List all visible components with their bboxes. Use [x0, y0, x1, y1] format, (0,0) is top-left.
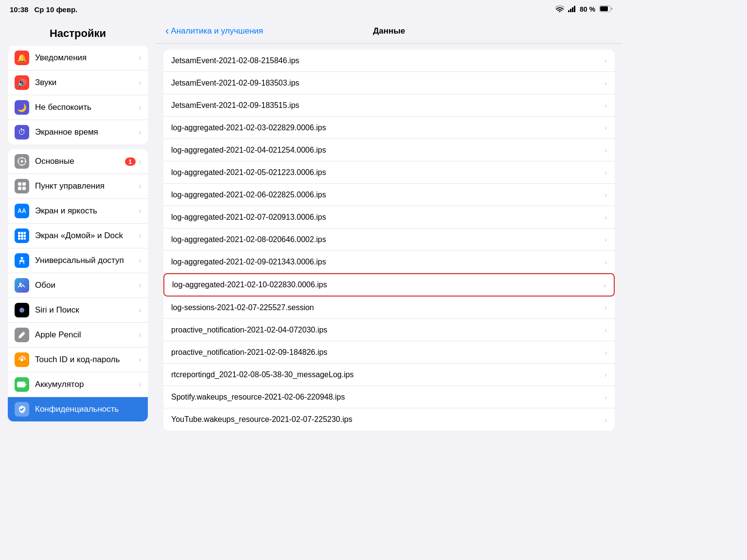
list-item-text: log-aggregated-2021-02-03-022829.0006.ip…: [171, 123, 601, 132]
sidebar-item-privacy[interactable]: Конфиденциальность: [8, 397, 148, 421]
list-item[interactable]: JetsamEvent-2021-02-09-183503.ips›: [163, 72, 615, 94]
list-item[interactable]: log-aggregated-2021-02-03-022829.0006.ip…: [163, 117, 615, 139]
list-item[interactable]: log-aggregated-2021-02-05-021223.0006.ip…: [163, 161, 615, 184]
list-item-text: proactive_notification-2021-02-04-072030…: [171, 326, 601, 334]
screentime-label: Экранное время: [35, 127, 139, 137]
controlcenter-label: Пункт управления: [35, 181, 139, 191]
sidebar-item-homescreen[interactable]: Экран «Домой» и Dock ›: [8, 224, 148, 248]
sidebar-section-2: Основные 1 › Пункт управления › AA: [8, 149, 148, 421]
sidebar: Настройки 🔔 Уведомления › 🔊 Звуки › 🌙 Не…: [0, 18, 156, 467]
list-item[interactable]: rtcreportingd_2021-02-08-05-38-30_messag…: [163, 364, 615, 386]
siri-icon: [15, 303, 29, 317]
list-item[interactable]: log-aggregated-2021-02-10-022830.0006.ip…: [163, 273, 615, 297]
chevron-right-icon: ›: [139, 231, 141, 240]
sidebar-item-donotdisturb[interactable]: 🌙 Не беспокоить ›: [8, 95, 148, 120]
touchid-icon: [15, 352, 29, 367]
svg-rect-3: [574, 6, 575, 12]
sidebar-item-accessibility[interactable]: Универсальный доступ ›: [8, 248, 148, 273]
list-item-text: JetsamEvent-2021-02-09-183503.ips: [171, 79, 601, 88]
accessibility-icon: [15, 253, 29, 268]
sidebar-item-controlcenter[interactable]: Пункт управления ›: [8, 174, 148, 199]
accessibility-label: Универсальный доступ: [35, 256, 139, 265]
list-item[interactable]: JetsamEvent-2021-02-09-183515.ips›: [163, 94, 615, 117]
chevron-right-icon: ›: [139, 331, 141, 339]
sidebar-section-1: 🔔 Уведомления › 🔊 Звуки › 🌙 Не беспокоит…: [8, 46, 148, 144]
list-item[interactable]: log-sessions-2021-02-07-225527.session›: [163, 297, 615, 319]
sidebar-item-general[interactable]: Основные 1 ›: [8, 149, 148, 174]
applepencil-icon: [15, 328, 29, 342]
sidebar-item-display[interactable]: AA Экран и яркость ›: [8, 199, 148, 224]
battery-label: Аккумулятор: [35, 380, 139, 389]
sidebar-title: Настройки: [0, 18, 156, 46]
list-item[interactable]: YouTube.wakeups_resource-2021-02-07-2252…: [163, 408, 615, 431]
sidebar-item-applepencil[interactable]: Apple Pencil ›: [8, 323, 148, 348]
chevron-right-icon: ›: [139, 128, 141, 137]
sidebar-item-touchid[interactable]: Touch ID и код-пароль ›: [8, 348, 148, 372]
content-area: JetsamEvent-2021-02-08-215846.ips›Jetsam…: [156, 44, 622, 467]
chevron-right-icon: ›: [139, 207, 141, 215]
svg-rect-5: [600, 6, 608, 11]
list-item-chevron-icon: ›: [605, 191, 607, 199]
chevron-right-icon: ›: [139, 103, 141, 112]
list-item[interactable]: proactive_notification-2021-02-04-072030…: [163, 319, 615, 341]
sidebar-item-sounds[interactable]: 🔊 Звуки ›: [8, 70, 148, 95]
list-item-chevron-icon: ›: [605, 168, 607, 176]
list-item-text: log-aggregated-2021-02-04-021254.0006.ip…: [171, 146, 601, 155]
sidebar-item-wallpaper[interactable]: Обои ›: [8, 273, 148, 298]
battery-icon: [599, 5, 613, 14]
list-item[interactable]: JetsamEvent-2021-02-08-215846.ips›: [163, 50, 615, 72]
sidebar-item-screentime[interactable]: ⏱ Экранное время ›: [8, 120, 148, 144]
list-item[interactable]: log-aggregated-2021-02-06-022825.0006.ip…: [163, 184, 615, 206]
list-item-text: proactive_notification-2021-02-09-184826…: [171, 348, 601, 357]
status-time: 10:38: [10, 5, 28, 14]
nav-back-button[interactable]: ‹ Аналитика и улучшения: [165, 26, 263, 36]
list-item[interactable]: log-aggregated-2021-02-09-021343.0006.ip…: [163, 251, 615, 273]
svg-point-24: [20, 358, 23, 361]
svg-rect-20: [24, 238, 26, 240]
notifications-label: Уведомления: [35, 53, 139, 63]
list-item[interactable]: proactive_notification-2021-02-09-184826…: [163, 341, 615, 364]
svg-point-7: [21, 160, 23, 163]
sidebar-item-battery[interactable]: Аккумулятор ›: [8, 372, 148, 397]
battery-level: 80 %: [580, 5, 595, 13]
list-item[interactable]: log-aggregated-2021-02-08-020646.0002.ip…: [163, 228, 615, 251]
touchid-label: Touch ID и код-пароль: [35, 355, 139, 365]
list-item[interactable]: Spotify.wakeups_resource-2021-02-06-2209…: [163, 386, 615, 408]
sounds-icon: 🔊: [15, 75, 29, 90]
signal-icon: [568, 5, 576, 14]
screentime-icon: ⏱: [15, 125, 29, 140]
sidebar-item-siri[interactable]: Siri и Поиск ›: [8, 298, 148, 323]
list-item-chevron-icon: ›: [605, 56, 607, 65]
list-item[interactable]: log-aggregated-2021-02-07-020913.0006.ip…: [163, 206, 615, 228]
battery-icon: [15, 377, 29, 392]
donotdisturb-icon: 🌙: [15, 100, 29, 115]
list-item-text: log-aggregated-2021-02-09-021343.0006.ip…: [171, 258, 601, 266]
sounds-label: Звуки: [35, 78, 139, 88]
privacy-label: Конфиденциальность: [35, 404, 141, 414]
list-item-chevron-icon: ›: [605, 258, 607, 266]
chevron-right-icon: ›: [139, 380, 141, 389]
list-item-text: Spotify.wakeups_resource-2021-02-06-2209…: [171, 393, 601, 402]
sidebar-item-notifications[interactable]: 🔔 Уведомления ›: [8, 46, 148, 70]
notifications-icon: 🔔: [15, 51, 29, 65]
svg-rect-0: [568, 10, 569, 12]
list-item-chevron-icon: ›: [605, 79, 607, 87]
list-item-chevron-icon: ›: [605, 393, 607, 401]
list-item[interactable]: log-aggregated-2021-02-04-021254.0006.ip…: [163, 139, 615, 161]
status-bar: 10:38 Ср 10 февр. 80 %: [0, 0, 622, 18]
svg-rect-18: [18, 238, 20, 240]
svg-rect-26: [18, 383, 23, 386]
nav-bar: ‹ Аналитика и улучшения Данные: [156, 18, 622, 44]
svg-rect-8: [18, 182, 21, 186]
svg-rect-2: [572, 7, 573, 12]
list-item-text: log-aggregated-2021-02-06-022825.0006.ip…: [171, 191, 601, 199]
list-item-chevron-icon: ›: [605, 235, 607, 244]
list-item-chevron-icon: ›: [604, 281, 606, 289]
main-layout: Настройки 🔔 Уведомления › 🔊 Звуки › 🌙 Не…: [0, 18, 622, 467]
wifi-icon: [555, 5, 564, 14]
svg-rect-10: [18, 187, 21, 190]
chevron-left-icon: ‹: [165, 26, 169, 36]
list-item-text: YouTube.wakeups_resource-2021-02-07-2252…: [171, 415, 601, 424]
wallpaper-icon: [15, 278, 29, 293]
display-label: Экран и яркость: [35, 206, 139, 216]
